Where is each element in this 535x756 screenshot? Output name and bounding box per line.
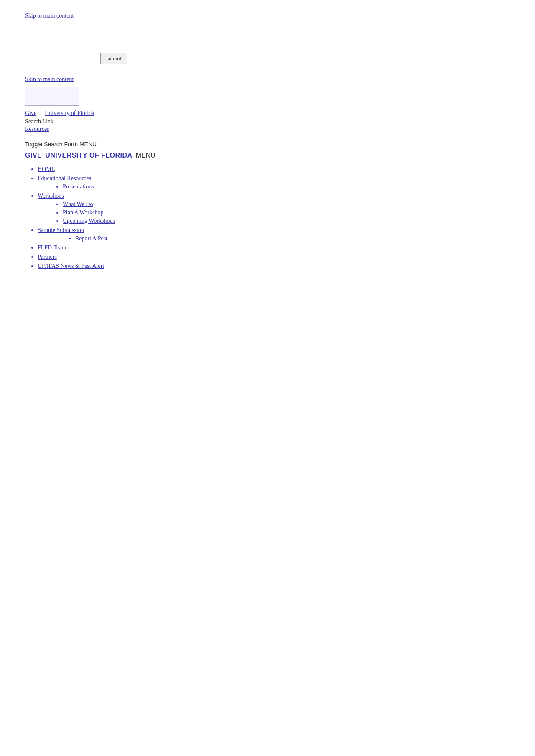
submit-button[interactable]: submit (100, 53, 127, 64)
secondary-links: Search Link Resources (25, 118, 510, 132)
nav-item-uf-ifas-news: UF/IFAS News & Pest Alert (38, 263, 510, 270)
nav-link-workshops[interactable]: Workshops (38, 193, 64, 199)
nav-link-report-a-pest[interactable]: Report A Pest (75, 235, 107, 242)
sub-list-workshops: What We Do Plan A Workshop Upcoming Work… (63, 201, 510, 224)
nav-item-upcoming-workshops: Upcoming Workshops (63, 218, 510, 224)
nav-item-plan-a-workshop: Plan A Workshop (63, 209, 510, 216)
main-nav-list: HOME Educational Resources Presentations… (38, 166, 510, 270)
resources-link[interactable]: Resources (25, 126, 510, 132)
sub-list-sample-submission: Report A Pest (75, 235, 510, 242)
nav-link-presentations[interactable]: Presentations (63, 183, 94, 190)
nav-item-sample-submission: Sample Submission Report A Pest (38, 227, 510, 242)
skip-to-main-content-link-second[interactable]: Skip to main content (25, 76, 74, 83)
menu-label: MENU (136, 152, 155, 159)
sub-list-educational: Presentations (63, 183, 510, 190)
nav-link-flfd-team[interactable]: FLFD Team (38, 244, 66, 251)
toggle-search-form-menu: Toggle Search Form MENU (25, 141, 510, 148)
nav-item-educational-resources: Educational Resources Presentations (38, 175, 510, 190)
search-link-text: Search Link (25, 118, 510, 125)
nav-item-report-a-pest: Report A Pest (75, 235, 510, 242)
give-link-utility[interactable]: Give (25, 110, 36, 117)
logo-box (25, 87, 79, 106)
uf-link-utility[interactable]: University of Florida (45, 110, 94, 117)
nav-link-upcoming-workshops[interactable]: Upcoming Workshops (63, 218, 115, 224)
search-input[interactable] (25, 53, 100, 64)
nav-link-sample-submission[interactable]: Sample Submission (38, 227, 84, 233)
nav-link-home[interactable]: HOME (38, 166, 55, 172)
nav-item-partners: Partners (38, 254, 510, 260)
nav-item-presentations: Presentations (63, 183, 510, 190)
give-uf-menu-row: GIVE UNIVERSITY OF FLORIDA MENU (25, 152, 510, 159)
nav-item-home: HOME (38, 166, 510, 173)
nav-item-what-we-do: What We Do (63, 201, 510, 208)
nav-item-workshops: Workshops What We Do Plan A Workshop Upc… (38, 193, 510, 224)
give-link-header[interactable]: GIVE (25, 152, 42, 159)
nav-link-what-we-do[interactable]: What We Do (63, 201, 93, 207)
nav-link-educational-resources[interactable]: Educational Resources (38, 175, 91, 181)
utility-links-row: Give University of Florida (25, 110, 510, 117)
nav-link-plan-a-workshop[interactable]: Plan A Workshop (63, 209, 103, 216)
uf-link-header[interactable]: UNIVERSITY OF FLORIDA (45, 152, 132, 159)
search-form: submit (25, 53, 510, 64)
nav-link-uf-ifas-news[interactable]: UF/IFAS News & Pest Alert (38, 263, 104, 269)
nav-item-flfd-team: FLFD Team (38, 244, 510, 251)
nav-link-partners[interactable]: Partners (38, 254, 57, 260)
skip-to-main-content-link-top[interactable]: Skip to main content (25, 13, 74, 19)
